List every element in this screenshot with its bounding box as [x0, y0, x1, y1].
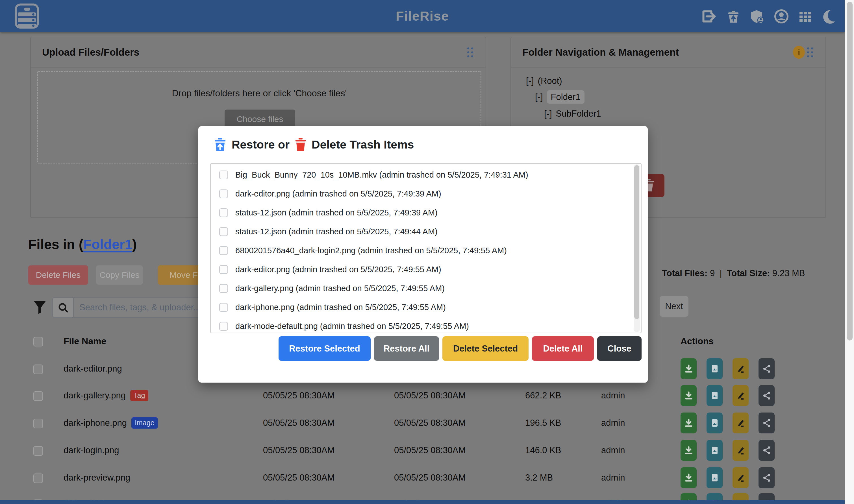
trash-item[interactable]: dark-gallery.png (admin trashed on 5/5/2… [211, 279, 641, 298]
tree-toggle[interactable]: [-] [526, 76, 534, 86]
table-row: dark-login.png 05/05/25 08:30AM 05/05/25… [0, 439, 845, 462]
user-icon[interactable] [773, 8, 789, 24]
image-badge[interactable]: Image [131, 417, 158, 429]
item-checkbox[interactable] [219, 209, 228, 217]
edit-button[interactable] [732, 467, 749, 488]
download-button[interactable] [680, 413, 697, 433]
row-checkbox[interactable] [33, 446, 43, 456]
tree-item-root[interactable]: [-](Root) [526, 73, 562, 89]
share-button[interactable] [759, 413, 775, 433]
drag-handle-icon[interactable] [467, 48, 475, 58]
select-all-checkbox[interactable] [33, 337, 43, 346]
folder-card-title: Folder Navigation & Management [522, 37, 679, 67]
filter-icon[interactable] [33, 300, 46, 314]
trash-item[interactable]: status-12.json (admin trashed on 5/5/202… [211, 203, 641, 222]
search-icon[interactable] [52, 297, 74, 318]
modified-date: 05/05/25 08:30AM [263, 412, 335, 434]
download-button[interactable] [680, 467, 697, 488]
pagination-next-button[interactable]: Next [660, 296, 689, 317]
trash-item[interactable]: dark-mode-default.png (admin trashed on … [211, 317, 641, 333]
share-button[interactable] [759, 467, 775, 488]
tree-toggle[interactable]: [-] [535, 92, 543, 102]
tree-label[interactable]: (Root) [538, 76, 562, 86]
trash-item-label: status-12.json (admin trashed on 5/5/202… [235, 227, 438, 236]
trash-item[interactable]: status-12.json (admin trashed on 5/5/202… [211, 222, 641, 241]
close-button[interactable]: Close [597, 336, 642, 361]
file-name[interactable]: dark-preview.png [64, 473, 130, 483]
page-scrollbar-track[interactable] [845, 0, 854, 504]
admin-shield-icon[interactable] [749, 8, 765, 24]
tree-item-folder1[interactable]: [-]Folder1 [535, 89, 585, 105]
choose-files-button[interactable]: Choose files [225, 110, 295, 129]
preview-button[interactable] [707, 385, 723, 406]
trash-item-label: dark-iphone.png (admin trashed on 5/5/20… [235, 303, 446, 312]
main-menu-button[interactable] [14, 3, 40, 29]
restore-all-button[interactable]: Restore All [374, 336, 439, 361]
item-checkbox[interactable] [219, 322, 228, 331]
drag-handle-icon[interactable] [807, 48, 815, 58]
preview-button[interactable] [707, 440, 723, 461]
edit-button[interactable] [732, 358, 749, 379]
file-name[interactable]: dark-login.png [64, 445, 119, 455]
dark-mode-icon[interactable] [821, 8, 837, 24]
tree-label[interactable]: SubFolder1 [556, 109, 601, 119]
delete-files-button[interactable]: Delete Files [28, 265, 88, 285]
delete-all-button[interactable]: Delete All [532, 336, 594, 361]
download-button[interactable] [680, 358, 697, 379]
logout-icon[interactable] [701, 8, 717, 24]
apps-grid-icon[interactable] [797, 8, 813, 24]
item-checkbox[interactable] [219, 303, 228, 312]
list-scrollbar-track[interactable] [634, 164, 640, 332]
download-button[interactable] [680, 385, 697, 406]
info-icon[interactable]: i [793, 46, 805, 59]
delete-selected-button[interactable]: Delete Selected [442, 336, 529, 361]
row-checkbox[interactable] [33, 391, 43, 401]
share-button[interactable] [759, 440, 775, 461]
edit-button[interactable] [732, 413, 749, 433]
file-name[interactable]: dark-iphone.png [64, 418, 127, 428]
trash-item[interactable]: dark-iphone.png (admin trashed on 5/5/20… [211, 298, 641, 317]
list-scrollbar-thumb[interactable] [634, 165, 639, 319]
item-checkbox[interactable] [219, 227, 228, 236]
item-checkbox[interactable] [219, 190, 228, 198]
trash-item[interactable]: 6800201576a40_dark-login2.png (admin tra… [211, 241, 641, 260]
edit-button[interactable] [732, 385, 749, 406]
total-size-value: 9.23 MB [772, 268, 805, 278]
trash-item[interactable]: dark-editor.png (admin trashed on 5/5/20… [211, 260, 641, 279]
tree-item-subfolder1[interactable]: [-]SubFolder1 [544, 106, 601, 122]
restore-trash-icon[interactable] [726, 8, 741, 24]
trash-item[interactable]: dark-editor.png (admin trashed on 5/5/20… [211, 184, 641, 203]
row-checkbox[interactable] [33, 419, 43, 428]
share-button[interactable] [759, 385, 775, 406]
current-folder-link[interactable]: Folder1 [83, 237, 132, 252]
trash-items-list: Big_Buck_Bunny_720_10s_10MB.mkv (admin t… [210, 163, 642, 333]
download-button[interactable] [680, 440, 697, 461]
trash-item[interactable]: Big_Buck_Bunny_720_10s_10MB.mkv (admin t… [211, 165, 641, 184]
file-name[interactable]: dark-gallery.png [64, 391, 126, 400]
column-header-file-name[interactable]: File Name [64, 330, 106, 353]
share-button[interactable] [759, 358, 775, 379]
copy-files-button[interactable]: Copy Files [96, 265, 143, 285]
edit-button[interactable] [732, 440, 749, 461]
tag-badge[interactable]: Tag [130, 390, 148, 401]
tree-label-selected[interactable]: Folder1 [547, 90, 585, 104]
page-scrollbar-thumb[interactable] [847, 2, 853, 341]
item-checkbox[interactable] [219, 284, 228, 293]
restore-selected-button[interactable]: Restore Selected [279, 336, 371, 361]
trash-item-label: Big_Buck_Bunny_720_10s_10MB.mkv (admin t… [235, 170, 528, 180]
row-checkbox[interactable] [33, 473, 43, 483]
item-checkbox[interactable] [219, 170, 228, 179]
file-name[interactable]: dark-editor.png [64, 364, 122, 374]
row-checkbox[interactable] [33, 364, 43, 374]
item-checkbox[interactable] [219, 265, 228, 274]
preview-button[interactable] [707, 413, 723, 433]
uploader: admin [601, 412, 625, 434]
upload-date: 05/05/25 08:30AM [394, 466, 466, 489]
item-checkbox[interactable] [219, 246, 228, 255]
tree-toggle[interactable]: [-] [544, 109, 552, 119]
preview-button[interactable] [707, 467, 723, 488]
uploader: admin [601, 466, 625, 489]
preview-button[interactable] [707, 358, 723, 379]
dropzone-hint: Drop files/folders here or click 'Choose… [38, 88, 481, 98]
table-row: dark-gallery.pngTag 05/05/25 08:30AM 05/… [0, 384, 845, 407]
